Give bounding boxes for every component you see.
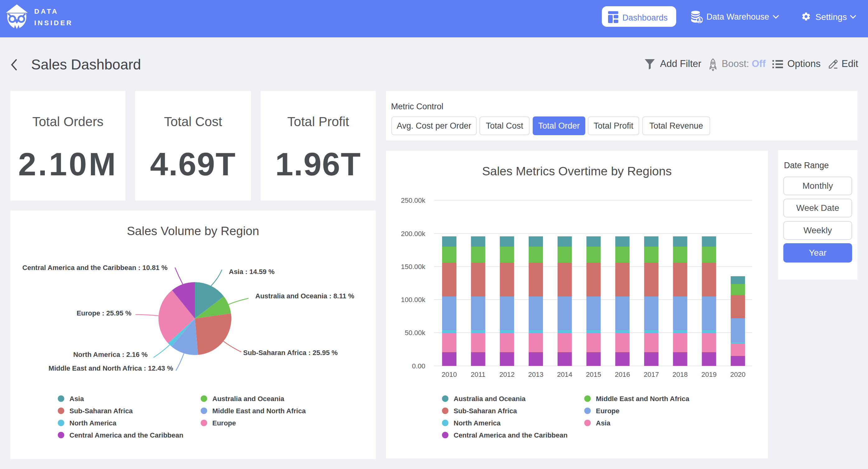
svg-text:2017: 2017 [644,371,659,378]
svg-text:Sub-Saharan Africa : 25.95 %: Sub-Saharan Africa : 25.95 % [243,349,338,357]
svg-text:250.00k: 250.00k [401,197,426,204]
svg-text:2013: 2013 [528,371,544,378]
svg-text:Middle East and North Africa: Middle East and North Africa [212,407,306,415]
svg-text:Sales Metrics Overtime by Regi: Sales Metrics Overtime by Regions [482,165,672,178]
svg-text:Sales Volume by Region: Sales Volume by Region [127,224,259,238]
svg-text:Australia and Oceania: Australia and Oceania [454,395,526,403]
svg-text:2016: 2016 [615,371,630,378]
svg-text:Asia : 14.59 %: Asia : 14.59 % [229,268,275,275]
svg-text:Sub-Saharan Africa: Sub-Saharan Africa [69,407,133,415]
svg-text:North America: North America [69,419,117,427]
svg-text:0.00: 0.00 [412,362,425,370]
svg-text:Asia: Asia [596,419,611,427]
svg-text:Middle East and North Africa :: Middle East and North Africa : 12.43 % [49,364,173,372]
svg-text:2012: 2012 [499,371,515,378]
svg-text:Sub-Saharan Africa: Sub-Saharan Africa [454,407,517,415]
svg-text:2010: 2010 [442,371,457,378]
svg-text:2018: 2018 [673,371,688,378]
svg-text:North America: North America [454,419,501,427]
svg-text:Asia: Asia [69,395,84,403]
svg-text:Central America and the Caribb: Central America and the Caribbean [69,431,183,439]
svg-text:Middle East and North Africa: Middle East and North Africa [596,395,690,403]
svg-text:200.00k: 200.00k [401,230,426,238]
svg-text:2019: 2019 [702,371,717,378]
svg-text:Australia and Oceania: Australia and Oceania [212,395,284,403]
svg-text:2020: 2020 [731,371,746,378]
svg-text:2011: 2011 [471,371,485,378]
svg-text:50.00k: 50.00k [405,329,426,336]
svg-text:100.00k: 100.00k [401,296,426,304]
svg-text:North America : 2.16 %: North America : 2.16 % [73,351,148,358]
svg-text:Australia and Oceania : 8.11 %: Australia and Oceania : 8.11 % [255,292,354,300]
svg-text:Europe : 25.95 %: Europe : 25.95 % [76,309,131,317]
svg-text:2015: 2015 [586,371,601,378]
svg-text:Europe: Europe [212,419,236,427]
svg-text:Europe: Europe [596,407,620,415]
svg-text:150.00k: 150.00k [401,263,426,271]
svg-text:Central America and the Caribb: Central America and the Caribbean [454,431,567,439]
svg-text:Central America and the Caribb: Central America and the Caribbean : 10.8… [23,264,167,271]
svg-text:2014: 2014 [557,371,572,378]
